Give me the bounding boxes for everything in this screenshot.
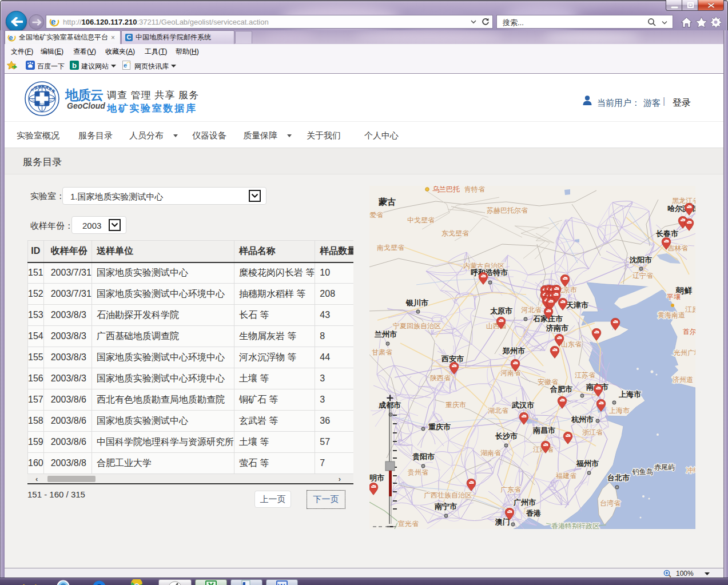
svg-text:长沙市: 长沙市 — [495, 432, 518, 440]
svg-text:河南省: 河南省 — [500, 369, 521, 377]
svg-text:e: e — [9, 34, 13, 42]
svg-text:武汉市: 武汉市 — [511, 401, 534, 409]
svg-text:上海市: 上海市 — [609, 407, 630, 415]
svg-text:银川市: 银川市 — [405, 299, 428, 307]
svg-text:爱省: 爱省 — [369, 211, 383, 219]
svg-text:苏赫巴托尔省: 苏赫巴托尔省 — [487, 206, 528, 214]
svg-text:福州市: 福州市 — [576, 459, 599, 468]
svg-text:南昌市: 南昌市 — [532, 426, 555, 435]
svg-text:黑龙江省: 黑龙江省 — [672, 197, 695, 205]
svg-text:长春市: 长春市 — [655, 229, 678, 238]
svg-text:平壤: 平壤 — [667, 293, 681, 301]
svg-text:宁夏回族自治区: 宁夏回族自治区 — [393, 322, 441, 330]
svg-text:光州广域: 光州广域 — [674, 349, 695, 357]
svg-text:钓鱼岛: 钓鱼岛 — [632, 468, 653, 476]
svg-text:广西壮族自治区: 广西壮族自治区 — [424, 491, 472, 499]
svg-text:e: e — [25, 580, 32, 585]
svg-text:山东省: 山东省 — [561, 340, 582, 348]
svg-text:兰州市: 兰州市 — [374, 330, 397, 339]
svg-text:合肥市: 合肥市 — [550, 385, 572, 393]
svg-text:东戈壁省: 东戈壁省 — [441, 229, 469, 237]
svg-text:福建省: 福建省 — [555, 472, 576, 480]
svg-text:台湾省: 台湾省 — [600, 499, 620, 507]
svg-text:重庆市: 重庆市 — [428, 423, 451, 431]
svg-text:太原市: 太原市 — [490, 307, 512, 315]
svg-text:澳门: 澳门 — [495, 518, 510, 526]
svg-text:黄海南道: 黄海南道 — [658, 311, 685, 319]
svg-text:天津市: 天津市 — [566, 301, 588, 309]
svg-text:冲绳: 冲绳 — [686, 466, 695, 474]
svg-text:浙江省: 浙江省 — [582, 428, 603, 436]
svg-text:沈阳市: 沈阳市 — [629, 256, 652, 264]
svg-text:重庆市: 重庆市 — [445, 401, 466, 409]
svg-text:中戈壁省: 中戈壁省 — [407, 216, 435, 224]
svg-text:陕西省: 陕西省 — [430, 374, 451, 382]
svg-text:广东省: 广东省 — [500, 485, 521, 494]
svg-text:郑州市: 郑州市 — [502, 347, 525, 355]
svg-text:甘肃省: 甘肃省 — [372, 348, 392, 356]
svg-text:湖南省: 湖南省 — [480, 449, 501, 457]
svg-text:辽宁省: 辽宁省 — [632, 272, 653, 280]
svg-text:宣光省: 宣光省 — [398, 520, 419, 528]
svg-text:呼和浩特市: 呼和浩特市 — [471, 268, 508, 277]
svg-text:广州市: 广州市 — [513, 498, 536, 507]
svg-text:乌兰巴托: 乌兰巴托 — [432, 186, 460, 193]
svg-text:台北市: 台北市 — [607, 473, 630, 482]
svg-text:肯特省: 肯特省 — [464, 186, 485, 193]
svg-text:明市: 明市 — [369, 473, 384, 482]
svg-text:W: W — [278, 582, 285, 585]
svg-text:杭州市: 杭州市 — [571, 415, 594, 424]
svg-text:南戈壁省: 南戈壁省 — [377, 244, 404, 252]
svg-text:上海市: 上海市 — [619, 390, 641, 399]
svg-text:首尔: 首尔 — [683, 328, 695, 336]
svg-text:南宁市: 南宁市 — [434, 502, 457, 511]
svg-text:江原: 江原 — [685, 305, 695, 313]
svg-text:济南市: 济南市 — [546, 324, 568, 332]
svg-text:蒙古: 蒙古 — [379, 197, 396, 206]
svg-text:吉林省: 吉林省 — [667, 244, 688, 252]
svg-text:河北省: 河北省 — [521, 306, 542, 314]
svg-text:贵州省: 贵州省 — [408, 468, 428, 476]
svg-text:湖北省: 湖北省 — [488, 407, 508, 415]
svg-text:江苏省: 江苏省 — [575, 371, 595, 379]
svg-text:香港特别行政区: 香港特别行政区 — [551, 522, 599, 529]
svg-text:赤尾屿: 赤尾屿 — [654, 463, 675, 471]
svg-text:香港: 香港 — [526, 509, 541, 518]
svg-text:济州道: 济州道 — [673, 376, 693, 384]
svg-text:西安市: 西安市 — [441, 355, 464, 363]
svg-text:贵阳市: 贵阳市 — [412, 452, 435, 461]
svg-text:e: e — [51, 17, 55, 26]
